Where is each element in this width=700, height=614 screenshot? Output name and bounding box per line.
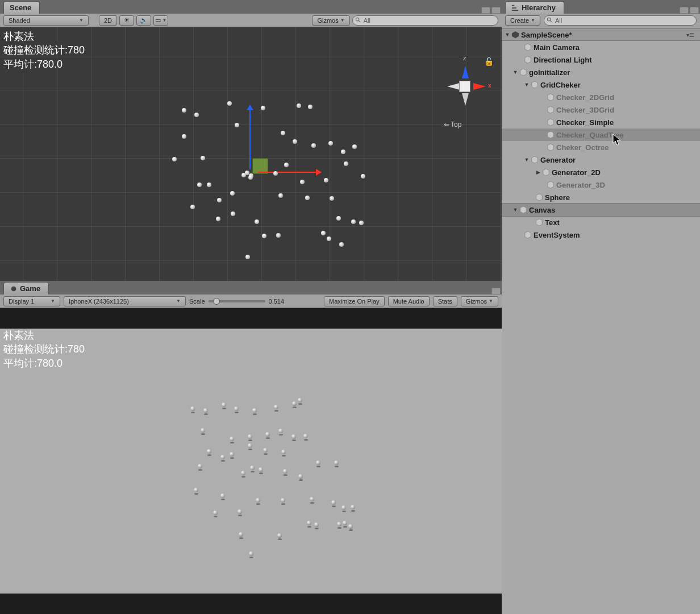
gizmos-dropdown[interactable]: Gizmos ▼ — [312, 15, 349, 26]
svg-point-2 — [11, 286, 16, 291]
search-icon — [547, 17, 553, 23]
mute-audio-toggle[interactable]: Mute Audio — [388, 296, 430, 306]
hierarchy-item-cheker-octree[interactable]: Cheker_Octree — [502, 141, 700, 154]
hierarchy-item-main-camera[interactable]: Main Camera — [502, 41, 700, 53]
hierarchy-item-checker-2dgrid[interactable]: Checker_2DGrid — [502, 91, 700, 103]
game-tab-label: Game — [20, 284, 40, 293]
audio-toggle-button[interactable]: 🔊 — [136, 15, 151, 26]
svg-point-0 — [356, 18, 359, 21]
scene-tab-label: Scene — [10, 3, 31, 12]
gizmo-center[interactable] — [459, 81, 470, 92]
scene-name-label: SampleScene* — [520, 31, 572, 39]
scene-tabrow: Scene — [0, 0, 502, 14]
gameobject-icon — [519, 205, 528, 214]
gameobject-icon — [523, 43, 532, 52]
gizmo-cone-x[interactable] — [473, 83, 489, 90]
hierarchy-lock[interactable] — [680, 7, 689, 14]
fx-toggle-button[interactable]: ▭▼ — [153, 15, 168, 26]
gameobject-icon — [535, 218, 544, 227]
create-dropdown[interactable]: Create▼ — [505, 15, 540, 26]
chevron-down-icon: ▼ — [79, 18, 84, 23]
chevron-down-icon: ▼ — [163, 18, 167, 23]
hierarchy-tab-menu[interactable] — [690, 7, 699, 14]
hierarchy-tab[interactable]: Hierarchy — [505, 1, 564, 14]
game-gizmos-dropdown[interactable]: Gizmos▼ — [461, 296, 498, 306]
hierarchy-item-generator-2d[interactable]: ▶ Generator_2D — [502, 166, 700, 179]
svg-line-1 — [359, 20, 360, 22]
gizmo-cone-neg-z[interactable] — [462, 93, 469, 109]
scene-tab[interactable]: Scene — [3, 1, 40, 14]
scene-node[interactable]: ▼ SampleScene* ▾☰ — [502, 28, 700, 41]
hierarchy-toolbar: Create▼ All — [502, 14, 700, 27]
lighting-toggle-button[interactable]: ☀ — [119, 15, 134, 26]
svg-point-6 — [547, 18, 551, 21]
hierarchy-item-generator-3d[interactable]: Generator_3D — [502, 179, 700, 191]
hierarchy-item-sphere[interactable]: Sphere — [502, 191, 700, 204]
gameobject-icon — [546, 93, 555, 102]
hierarchy-item-goinitializer[interactable]: ▼ goInitializer — [502, 66, 700, 78]
hierarchy-item-checker-3dgrid[interactable]: Checker_3DGrid — [502, 103, 700, 116]
hierarchy-item-text[interactable]: Text — [502, 216, 700, 229]
hierarchy-item-gridcheker[interactable]: ▼ GridCheker — [502, 78, 700, 91]
2d-toggle-button[interactable]: 2D — [99, 15, 117, 26]
hierarchy-tabrow: Hierarchy — [502, 0, 700, 14]
stats-toggle[interactable]: Stats — [433, 296, 457, 306]
gizmo-cone-z[interactable] — [462, 63, 469, 78]
scene-search-input[interactable]: All — [352, 15, 498, 26]
axis-z-label: z — [463, 55, 466, 61]
gizmo-axis-x[interactable] — [258, 172, 320, 173]
scale-value: 0.514 — [269, 298, 285, 305]
svg-rect-3 — [512, 5, 514, 6]
scene-menu-button[interactable]: ▾☰ — [686, 32, 697, 38]
hierarchy-item-eventsystem[interactable]: EventSystem — [502, 229, 700, 241]
foldout-icon[interactable]: ▼ — [523, 82, 530, 88]
svg-line-7 — [550, 20, 552, 22]
hierarchy-item-generator[interactable]: ▼ Generator — [502, 154, 700, 166]
display-label: Display 1 — [9, 298, 34, 305]
hierarchy-item-canvas[interactable]: ▼ Canvas — [502, 204, 700, 216]
hierarchy-search-placeholder: All — [555, 17, 562, 24]
hierarchy-tree[interactable]: ▼ SampleScene* ▾☰ Main Camera Directiona… — [502, 27, 700, 614]
game-tab-menu[interactable] — [491, 288, 501, 294]
scene-overlay-stats: 朴素法 碰撞检测统计:780 平均计:780.0 — [3, 30, 85, 71]
gizmo-axis-y[interactable] — [249, 107, 251, 169]
foldout-icon[interactable]: ▼ — [523, 157, 530, 163]
gameobject-icon — [530, 155, 539, 164]
search-icon — [355, 17, 361, 23]
chevron-down-icon: ▼ — [340, 18, 345, 23]
gameobject-icon — [546, 118, 555, 127]
gameobject-icon — [535, 193, 544, 202]
game-overlay-stats: 朴素法 碰撞检测统计:780 平均计:780.0 — [3, 329, 85, 370]
scene-toolbar: Shaded ▼ 2D ☀ 🔊 ▭▼ Gizmos ▼ — [0, 14, 502, 27]
gizmos-label: Gizmos — [317, 17, 338, 24]
gameobject-icon — [546, 180, 555, 189]
gameobject-icon — [523, 230, 532, 239]
scene-viewport[interactable]: 朴素法 碰撞检测统计:780 平均计:780.0 🔓 z x ⇐ Top — [0, 27, 502, 281]
gizmo-projection-label[interactable]: ⇐ Top — [444, 121, 461, 128]
foldout-icon[interactable]: ▼ — [504, 32, 511, 38]
scale-slider[interactable]: Scale 0.514 — [189, 298, 320, 305]
resolution-label: IphoneX (2436x1125) — [69, 298, 129, 305]
shading-mode-dropdown[interactable]: Shaded ▼ — [3, 15, 89, 26]
gameobject-icon — [546, 105, 555, 114]
game-viewport[interactable]: 朴素法 碰撞检测统计:780 平均计:780.0 — [0, 308, 502, 614]
hierarchy-search-input[interactable]: All — [544, 15, 697, 26]
scene-tab-menu[interactable] — [491, 7, 501, 14]
gameobject-icon — [519, 68, 528, 77]
foldout-icon[interactable]: ▼ — [512, 207, 519, 213]
foldout-icon[interactable]: ▶ — [535, 169, 541, 175]
gizmo-cone-neg-x[interactable] — [444, 83, 460, 90]
hierarchy-item-directional-light[interactable]: Directional Light — [502, 53, 700, 66]
orientation-gizmo[interactable]: z x ⇐ Top — [439, 57, 490, 125]
display-dropdown[interactable]: Display 1▼ — [3, 296, 60, 306]
hierarchy-item-checker-quadtree[interactable]: Checker_QuadTree — [502, 128, 700, 141]
maximize-on-play-toggle[interactable]: Maximize On Play — [324, 296, 385, 306]
hierarchy-item-checker-simple[interactable]: Checker_Simple — [502, 116, 700, 128]
scene-tab-dropdown[interactable] — [481, 7, 490, 14]
sun-icon: ☀ — [124, 16, 130, 24]
game-tab[interactable]: Game — [3, 282, 49, 294]
gameobject-icon — [546, 143, 555, 152]
resolution-dropdown[interactable]: IphoneX (2436x1125)▼ — [64, 296, 186, 306]
foldout-icon[interactable]: ▼ — [512, 69, 519, 75]
speaker-icon: 🔊 — [140, 16, 148, 24]
